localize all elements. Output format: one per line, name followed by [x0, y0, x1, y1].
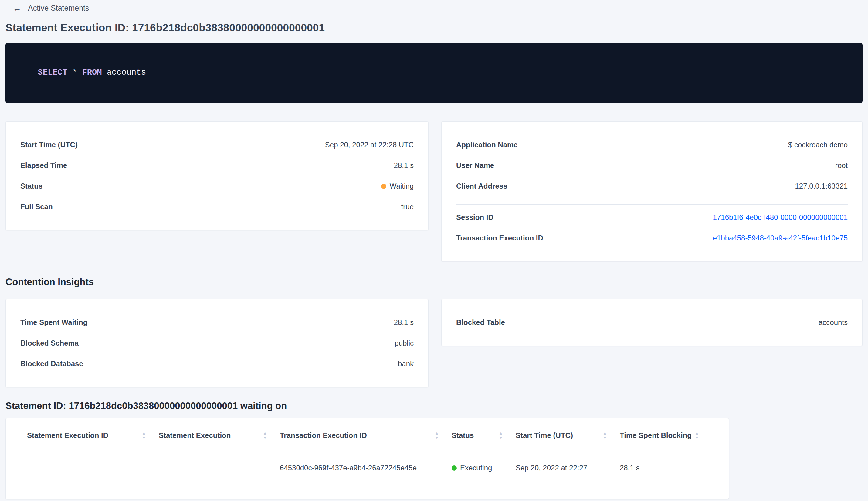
status-executing-dot-icon [452, 466, 457, 471]
column-header-start-time[interactable]: Start Time (UTC) ▲▼ [516, 421, 620, 451]
cell-statement-execution-id [27, 451, 159, 487]
blocked-table-label: Blocked Table [456, 318, 505, 327]
start-time-row: Start Time (UTC) Sep 20, 2022 at 22:28 U… [20, 135, 414, 155]
contention-left-card: Time Spent Waiting 28.1 s Blocked Schema… [6, 299, 428, 387]
time-spent-waiting-value: 28.1 s [394, 318, 414, 327]
application-name-value: $ cockroach demo [788, 141, 848, 149]
transaction-execution-id-row: Transaction Execution ID e1bba458-5948-4… [456, 228, 848, 248]
start-time-value: Sep 20, 2022 at 22:28 UTC [325, 141, 414, 149]
full-scan-value: true [401, 203, 414, 211]
column-label: Time Spent Blocking [620, 431, 692, 443]
sort-icon: ▲▼ [695, 431, 699, 439]
blocked-schema-value: public [394, 339, 414, 347]
column-label: Status [452, 431, 474, 443]
time-spent-waiting-row: Time Spent Waiting 28.1 s [20, 312, 414, 333]
blocked-database-value: bank [398, 360, 414, 368]
user-name-row: User Name root [456, 155, 848, 176]
statement-execution-detail-page: ← Active Statements Statement Execution … [0, 0, 868, 499]
overview-section: Start Time (UTC) Sep 20, 2022 at 22:28 U… [6, 121, 862, 262]
card-divider [456, 204, 848, 205]
sql-star: * [67, 68, 82, 77]
status-value: Waiting [381, 182, 414, 190]
sql-statement-box: SELECT * FROM accounts [6, 43, 862, 103]
blocked-table-value: accounts [818, 318, 848, 327]
elapsed-time-value: 28.1 s [394, 161, 414, 170]
cell-start-time: Sep 20, 2022 at 22:27 [516, 451, 620, 487]
cell-transaction-execution-id: 64530d0c-969f-437e-a9b4-26a72245e45e [280, 451, 452, 487]
full-scan-row: Full Scan true [20, 196, 414, 217]
sort-icon: ▲▼ [499, 431, 503, 439]
overview-right-card: Application Name $ cockroach demo User N… [441, 121, 862, 262]
client-address-value: 127.0.0.1:63321 [795, 182, 848, 190]
user-name-label: User Name [456, 161, 494, 170]
elapsed-time-label: Elapsed Time [20, 161, 67, 170]
sort-icon: ▲▼ [263, 431, 267, 439]
column-header-statement-execution-id[interactable]: Statement Execution ID ▲▼ [27, 421, 159, 451]
blocked-schema-label: Blocked Schema [20, 339, 79, 347]
waiting-on-table: Statement Execution ID ▲▼ Statement Exec… [27, 421, 712, 487]
time-spent-waiting-label: Time Spent Waiting [20, 318, 87, 327]
cell-statement-execution [159, 451, 280, 487]
column-label: Statement Execution ID [27, 431, 108, 443]
column-label: Start Time (UTC) [516, 431, 573, 443]
user-name-value: root [835, 161, 848, 170]
page-title: Statement Execution ID: 1716b218dc0b3838… [6, 22, 862, 34]
cell-status-text: Executing [460, 463, 492, 472]
elapsed-time-row: Elapsed Time 28.1 s [20, 155, 414, 176]
application-name-label: Application Name [456, 141, 518, 149]
table-header-row: Statement Execution ID ▲▼ Statement Exec… [27, 421, 712, 451]
session-id-label: Session ID [456, 213, 493, 222]
blocked-table-row: Blocked Table accounts [456, 312, 848, 333]
application-name-row: Application Name $ cockroach demo [456, 135, 848, 155]
transaction-execution-id-label: Transaction Execution ID [456, 234, 543, 242]
column-header-time-spent-blocking[interactable]: Time Spent Blocking ▲▼ [620, 421, 712, 451]
sort-icon: ▲▼ [142, 431, 146, 439]
column-header-status[interactable]: Status ▲▼ [452, 421, 516, 451]
overview-left-card: Start Time (UTC) Sep 20, 2022 at 22:28 U… [6, 121, 428, 230]
status-label: Status [20, 182, 43, 190]
column-label: Transaction Execution ID [280, 431, 367, 443]
status-row: Status Waiting [20, 176, 414, 196]
sql-keyword-from: FROM [82, 68, 102, 77]
full-scan-label: Full Scan [20, 203, 53, 211]
cell-status: Executing [452, 451, 516, 487]
sort-icon: ▲▼ [603, 431, 607, 439]
blocked-schema-row: Blocked Schema public [20, 333, 414, 353]
column-label: Statement Execution [159, 431, 231, 443]
contention-section: Time Spent Waiting 28.1 s Blocked Schema… [6, 299, 862, 387]
column-header-transaction-execution-id[interactable]: Transaction Execution ID ▲▼ [280, 421, 452, 451]
column-header-statement-execution[interactable]: Statement Execution ▲▼ [159, 421, 280, 451]
sql-keyword-select: SELECT [38, 68, 67, 77]
waiting-on-table-card: Statement Execution ID ▲▼ Statement Exec… [6, 418, 729, 499]
sql-table-name: accounts [102, 68, 146, 77]
back-arrow-icon: ← [13, 4, 21, 12]
contention-insights-heading: Contention Insights [6, 277, 862, 288]
status-waiting-dot-icon [381, 184, 386, 189]
cell-time-spent-blocking: 28.1 s [620, 451, 712, 487]
blocked-database-label: Blocked Database [20, 360, 83, 368]
blocked-table-card: Blocked Table accounts [441, 299, 862, 346]
blocked-database-row: Blocked Database bank [20, 353, 414, 374]
status-text: Waiting [390, 182, 414, 190]
transaction-execution-id-link[interactable]: e1bba458-5948-40a9-a42f-5feac1b10e75 [713, 234, 848, 242]
back-link-label: Active Statements [28, 4, 89, 12]
start-time-label: Start Time (UTC) [20, 141, 78, 149]
session-id-row: Session ID 1716b1f6-4e0c-f480-0000-00000… [456, 207, 848, 228]
session-id-link[interactable]: 1716b1f6-4e0c-f480-0000-000000000001 [713, 213, 848, 222]
waiting-on-heading: Statement ID: 1716b218dc0b38380000000000… [6, 401, 862, 412]
client-address-row: Client Address 127.0.0.1:63321 [456, 176, 848, 196]
client-address-label: Client Address [456, 182, 507, 190]
sort-icon: ▲▼ [435, 431, 439, 439]
table-row: 64530d0c-969f-437e-a9b4-26a72245e45e Exe… [27, 451, 712, 487]
back-link[interactable]: ← Active Statements [13, 0, 89, 12]
